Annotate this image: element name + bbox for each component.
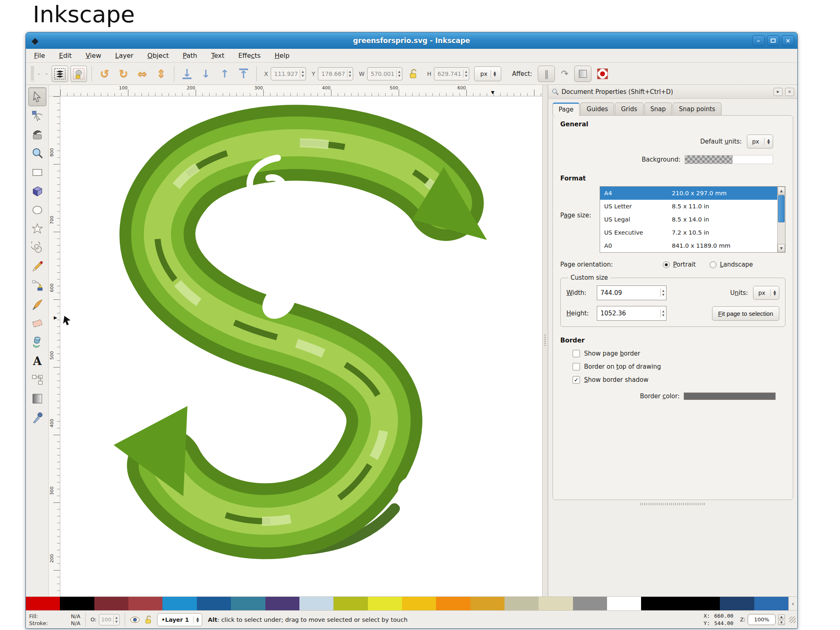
close-button[interactable]: × (782, 35, 794, 46)
border-on-top-checkbox[interactable]: Border on top of drawing (573, 363, 785, 370)
w-field[interactable]: 570.001 ▲▼ (367, 67, 402, 80)
layer-visibility-eye-icon[interactable] (130, 616, 140, 623)
menu-help[interactable]: Help (274, 52, 289, 59)
lower-one-step-button[interactable]: ↓ (198, 66, 214, 82)
rotate-cw-button[interactable]: ↻ (115, 66, 132, 82)
spin-down-icon[interactable]: ▼ (778, 620, 785, 625)
tweak-tool[interactable] (28, 125, 46, 144)
height-spinner[interactable]: ▲▼ (660, 309, 666, 317)
zoom-spinner[interactable]: ▲▼ (778, 614, 785, 625)
spin-down-icon[interactable]: ▼ (347, 74, 353, 78)
tab-guides[interactable]: Guides (580, 103, 614, 115)
spin-up-icon[interactable]: ▲ (661, 289, 666, 293)
eraser-tool[interactable] (28, 314, 46, 333)
zoom-tool[interactable] (28, 144, 46, 163)
palette-scroll-left-button[interactable]: ‹ (788, 597, 797, 610)
palette-swatch[interactable] (754, 597, 788, 610)
y-field[interactable]: 178.667 ▲▼ (318, 67, 353, 80)
landscape-radio[interactable]: Landscape (710, 261, 753, 268)
x-field[interactable]: 111.927 ▲▼ (271, 67, 306, 80)
text-tool[interactable]: A (28, 352, 46, 370)
panel-forward-button[interactable]: ▶ (774, 88, 783, 96)
palette-swatch[interactable] (265, 597, 299, 610)
palette-swatch[interactable] (573, 597, 607, 610)
tab-page[interactable]: Page (552, 103, 580, 116)
menu-effects[interactable]: Effects (238, 52, 260, 59)
toolbar-units-combo[interactable]: px ▲▼ (474, 66, 501, 81)
palette-swatch[interactable] (470, 597, 504, 610)
combo-arrows-icon[interactable]: ▲▼ (193, 616, 202, 623)
spin-down-icon[interactable]: ▼ (114, 620, 119, 624)
spin-down-icon[interactable]: ▼ (397, 74, 402, 78)
page-size-scrollbar[interactable]: ▲ ▼ (777, 187, 785, 252)
spin-up-icon[interactable]: ▲ (347, 70, 353, 74)
height-input[interactable]: 1052.36 ▲▼ (597, 306, 667, 321)
lock-ratio-button[interactable] (405, 66, 422, 82)
scrollbar-thumb[interactable] (778, 195, 785, 222)
palette-swatch[interactable] (231, 597, 265, 610)
gradient-tool[interactable] (28, 389, 46, 408)
palette-swatch[interactable] (720, 597, 754, 610)
spiral-tool[interactable] (28, 238, 46, 257)
palette-swatch[interactable] (299, 597, 333, 610)
box-3d-tool[interactable] (28, 182, 46, 201)
tab-snap-points[interactable]: Snap points (673, 103, 721, 115)
flip-vertical-button[interactable]: ⇕ (153, 66, 169, 82)
palette-swatch[interactable] (368, 597, 402, 610)
palette-swatch[interactable] (607, 597, 641, 610)
zoom-control[interactable]: Z: 100% ▲▼ (740, 614, 785, 625)
affect-move-toggle[interactable]: ‖ (538, 66, 555, 82)
w-field-value[interactable]: 570.001 (368, 71, 396, 77)
paint-bucket-tool[interactable] (28, 333, 46, 352)
page-size-list[interactable]: A4 210.0 x 297.0 mm US Letter 8.5 x 11.0… (600, 186, 785, 253)
combo-arrows-icon[interactable]: ▲▼ (764, 138, 773, 145)
spin-up-icon[interactable]: ▲ (778, 614, 785, 619)
page-size-row-us-executive[interactable]: US Executive 7.2 x 10.5 in (600, 226, 777, 239)
spin-up-icon[interactable]: ▲ (114, 616, 119, 620)
palette-swatch[interactable] (436, 597, 470, 610)
page-size-row-us-letter[interactable]: US Letter 8.5 x 11.0 in (600, 200, 777, 213)
rectangle-tool[interactable] (28, 163, 46, 182)
dropper-tool[interactable] (28, 408, 46, 427)
connector-tool[interactable] (28, 370, 46, 389)
scroll-down-icon[interactable]: ▼ (778, 244, 785, 252)
pen-tool[interactable] (28, 276, 46, 295)
page-size-row-us-legal[interactable]: US Legal 8.5 x 14.0 in (600, 213, 777, 226)
zoom-value[interactable]: 100% (748, 614, 775, 625)
select-touch-button[interactable] (71, 66, 87, 82)
palette-swatch[interactable] (60, 597, 94, 610)
w-field-spinner[interactable]: ▲▼ (396, 70, 402, 78)
palette-swatch[interactable] (333, 597, 368, 610)
width-value[interactable]: 744.09 (597, 289, 660, 297)
page-size-row-a0[interactable]: A0 841.0 x 1189.0 mm (600, 239, 777, 252)
spin-up-icon[interactable]: ▲ (661, 309, 666, 313)
raise-to-top-button[interactable]: ↑ (235, 66, 252, 82)
layer-selector[interactable]: •Layer 1 ▲▼ (157, 613, 202, 626)
palette-swatch[interactable] (94, 597, 128, 610)
scroll-up-icon[interactable]: ▲ (778, 187, 785, 195)
palette-swatch[interactable] (504, 597, 539, 610)
panel-splitter[interactable] (552, 500, 793, 508)
border-color-swatch[interactable] (684, 393, 776, 400)
combo-arrows-icon[interactable]: ▲▼ (491, 70, 498, 78)
y-field-value[interactable]: 178.667 (318, 71, 347, 77)
maximize-button[interactable] (767, 35, 779, 46)
fill-stroke-indicator[interactable]: Fill: Stroke: N/A N/A (29, 613, 80, 627)
spin-up-icon[interactable]: ▲ (463, 70, 469, 74)
menu-file[interactable]: File (34, 52, 45, 59)
pencil-tool[interactable] (28, 257, 46, 276)
custom-units-combo[interactable]: px ▲▼ (753, 286, 779, 300)
h-field-spinner[interactable]: ▲▼ (463, 70, 469, 78)
spin-down-icon[interactable]: ▼ (661, 313, 666, 317)
show-page-border-checkbox[interactable]: Show page border (573, 350, 785, 357)
menu-path[interactable]: Path (183, 52, 197, 59)
menu-object[interactable]: Object (147, 52, 169, 59)
selector-tool[interactable] (28, 87, 46, 106)
affect-pattern-toggle[interactable] (597, 68, 608, 79)
x-field-spinner[interactable]: ▲▼ (300, 70, 306, 78)
flip-horizontal-button[interactable]: ⇔ (134, 66, 151, 82)
background-color-swatch[interactable] (685, 155, 773, 164)
vertical-ruler[interactable]: 800 700 600 500 400 300 200 ▶ (49, 96, 60, 596)
default-units-combo[interactable]: px ▲▼ (747, 135, 773, 148)
titlebar[interactable]: ◆ greensforsprio.svg - Inkscape – × (26, 32, 797, 49)
